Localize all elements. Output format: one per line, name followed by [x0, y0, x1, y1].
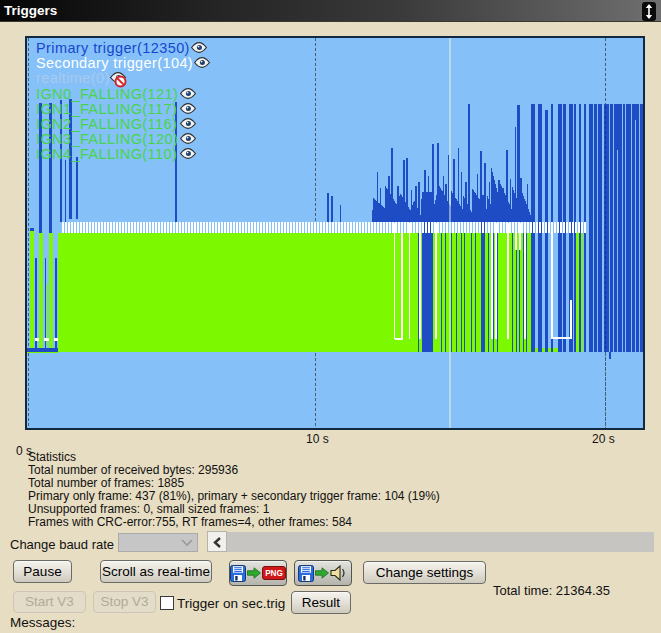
- svg-text:Secondary trigger(104): Secondary trigger(104): [36, 55, 193, 71]
- svg-text:IGN0_FALLING(121): IGN0_FALLING(121): [36, 86, 178, 102]
- svg-text:IGN2_FALLING(116): IGN2_FALLING(116): [36, 116, 177, 132]
- svg-text:PNG: PNG: [265, 569, 283, 578]
- svg-text:Primary trigger(12350): Primary trigger(12350): [36, 40, 190, 56]
- svg-text:IGN1_FALLING(117): IGN1_FALLING(117): [36, 101, 177, 117]
- svg-text:IGN3_FALLING(120): IGN3_FALLING(120): [36, 131, 178, 147]
- svg-text:IGN4_FALLING(110): IGN4_FALLING(110): [36, 146, 177, 162]
- svg-text:realtime(0): realtime(0): [36, 70, 110, 86]
